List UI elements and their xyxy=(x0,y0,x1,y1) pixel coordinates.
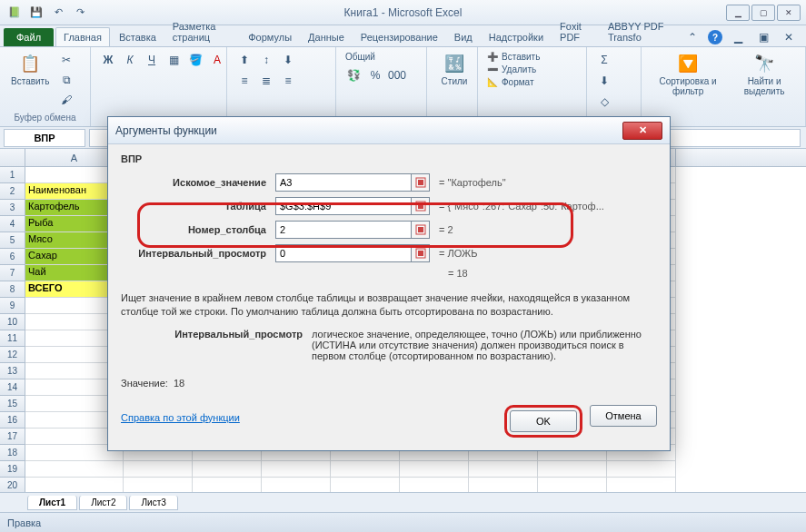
function-arguments-dialog: Аргументы функции ✕ ВПР Искомое_значение… xyxy=(107,116,671,451)
argument-description: Интервальный_просмотр логическое значени… xyxy=(121,329,657,361)
range-picker-icon[interactable] xyxy=(412,244,430,262)
svg-rect-3 xyxy=(418,203,423,209)
arg-row-col-index: Номер_столбца = 2 xyxy=(121,221,657,239)
svg-rect-5 xyxy=(418,227,423,232)
dialog-close-button[interactable]: ✕ xyxy=(622,122,662,140)
dialog-overlay: Аргументы функции ✕ ВПР Искомое_значение… xyxy=(0,0,806,532)
maximize-button[interactable]: ▢ xyxy=(751,5,775,21)
function-description: Ищет значение в крайнем левом столбце та… xyxy=(121,291,657,320)
arg-row-range-lookup: Интервальный_просмотр = ЛОЖЬ xyxy=(121,244,657,262)
window-controls: ▁ ▢ ✕ xyxy=(726,5,801,21)
close-button[interactable]: ✕ xyxy=(777,5,801,21)
table-array-input[interactable] xyxy=(275,197,412,215)
range-lookup-input[interactable] xyxy=(275,244,412,262)
formula-result-preview: = 18 xyxy=(448,268,657,279)
minimize-button[interactable]: ▁ xyxy=(726,5,750,21)
function-name: ВПР xyxy=(121,153,657,164)
dialog-titlebar[interactable]: Аргументы функции ✕ xyxy=(108,117,670,144)
dialog-title: Аргументы функции xyxy=(115,124,217,137)
col-index-input[interactable] xyxy=(275,221,412,239)
arg-row-table: Таблица = {"Мясо":267:"Сахар":50:"Картоф… xyxy=(121,197,657,215)
arg-row-lookup-value: Искомое_значение = "Картофель" xyxy=(121,173,657,192)
function-help-link[interactable]: Справка по этой функции xyxy=(121,412,240,423)
range-picker-icon[interactable] xyxy=(412,197,430,215)
range-picker-icon[interactable] xyxy=(412,173,430,192)
result-line: Значение: 18 xyxy=(121,378,657,389)
svg-rect-7 xyxy=(418,251,423,256)
range-picker-icon[interactable] xyxy=(412,221,430,239)
cancel-button[interactable]: Отмена xyxy=(590,405,657,427)
lookup-value-input[interactable] xyxy=(275,173,412,192)
ok-highlight: OK xyxy=(504,405,582,438)
ok-button[interactable]: OK xyxy=(510,410,577,432)
svg-rect-1 xyxy=(418,180,423,185)
